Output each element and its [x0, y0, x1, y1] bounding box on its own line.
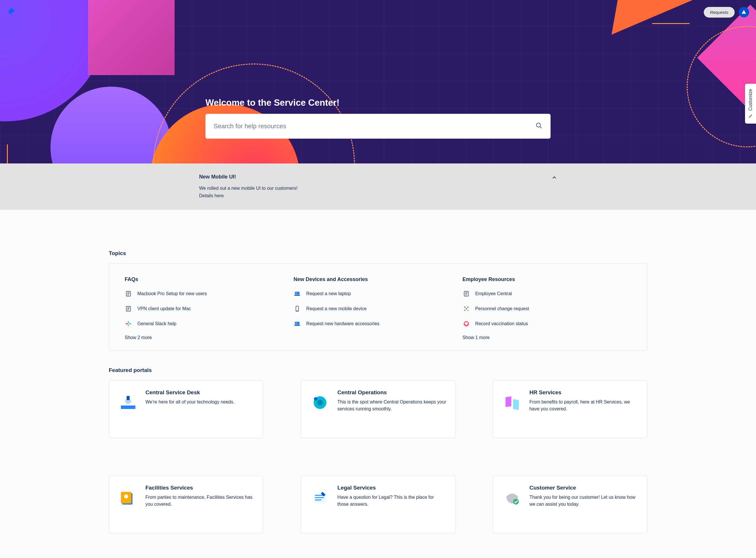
portal-description: From benefits to payroll, here at HR Ser…	[530, 399, 638, 412]
requests-button[interactable]: Requests	[704, 7, 735, 18]
topic-item[interactable]: Request a new laptop	[293, 290, 462, 298]
svg-point-28	[464, 310, 465, 311]
portal-name: Legal Services	[337, 485, 446, 491]
pencil-icon	[748, 114, 753, 119]
doc-icon	[125, 305, 132, 312]
search-input[interactable]	[214, 123, 536, 130]
app-logo-icon[interactable]	[7, 7, 16, 17]
portal-description: We're here for all of your technology ne…	[145, 399, 254, 406]
topic-item-label: Request a new laptop	[306, 291, 351, 296]
topic-column: Employee ResourcesEmployee CentralPerson…	[463, 276, 631, 340]
svg-point-37	[314, 397, 317, 401]
show-more-link[interactable]: Show 1 more	[463, 335, 631, 340]
doc-icon	[463, 290, 470, 298]
svg-point-26	[464, 306, 465, 308]
portal-icon	[502, 392, 522, 413]
svg-rect-20	[294, 325, 300, 326]
topics-section-title: Topics	[109, 250, 647, 256]
topic-item[interactable]: Personnel change request	[463, 305, 631, 312]
topic-item-label: General Slack help	[137, 321, 176, 326]
topic-item[interactable]: Request new hardware accessories	[293, 320, 462, 328]
portal-icon	[118, 392, 138, 413]
portal-card[interactable]: Customer ServiceThank you for being our …	[493, 476, 647, 533]
topic-item[interactable]: General Slack help	[125, 320, 293, 328]
svg-point-44	[513, 499, 519, 505]
topic-item-label: Macbook Pro Setup for new users	[137, 291, 207, 296]
portal-card[interactable]: Facilities ServicesFrom parties to maint…	[109, 476, 263, 533]
topic-item-label: Record vaccination status	[475, 321, 528, 326]
portal-icon	[118, 487, 138, 508]
search-icon	[536, 122, 542, 130]
svg-point-42	[124, 494, 128, 499]
portal-name: Facilities Services	[145, 485, 254, 491]
portal-card[interactable]: Legal ServicesHave a question for Legal?…	[301, 476, 455, 533]
svg-point-27	[467, 306, 468, 308]
portal-icon	[309, 392, 330, 413]
topic-column-title: Employee Resources	[463, 276, 631, 282]
topic-item[interactable]: Request a new mobile device	[293, 305, 462, 312]
svg-line-1	[540, 127, 542, 128]
topic-item[interactable]: VPN client update for Mac	[125, 305, 293, 312]
hero-banner: Requests Welcome to the Service Center! …	[0, 0, 756, 163]
portal-description: Have a question for Legal? This is the p…	[337, 494, 446, 508]
svg-point-21	[296, 323, 297, 324]
portal-card[interactable]: Central Service DeskWe're here for all o…	[109, 380, 263, 438]
profile-avatar[interactable]	[739, 7, 749, 17]
svg-point-30	[465, 308, 467, 310]
customize-tab[interactable]: Customize	[745, 84, 756, 124]
portal-card[interactable]: Central OperationsThis is the spot where…	[301, 380, 455, 438]
portal-description: This is the spot where Central Operation…	[337, 399, 446, 412]
announcement-body: We rolled out a new mobile UI to our cus…	[199, 184, 557, 199]
portal-name: HR Services	[530, 389, 638, 396]
topic-column: New Devices and AccessoriesRequest a new…	[293, 276, 462, 340]
phone-icon	[293, 305, 301, 312]
portal-name: Central Operations	[337, 389, 446, 396]
portal-name: Customer Service	[530, 485, 638, 491]
topic-item-label: Employee Central	[475, 291, 512, 296]
topic-item[interactable]: Macbook Pro Setup for new users	[125, 290, 293, 298]
svg-rect-12	[126, 323, 128, 324]
svg-rect-19	[295, 322, 299, 325]
topic-column-title: New Devices and Accessories	[293, 276, 462, 282]
main-content: Topics FAQsMacbook Pro Setup for new use…	[109, 210, 647, 533]
portal-card[interactable]: HR ServicesFrom benefits to payroll, her…	[493, 380, 647, 438]
laptop-icon	[293, 320, 301, 328]
dots-icon	[463, 305, 470, 312]
portal-description: From parties to maintenance, Facilities …	[145, 494, 254, 508]
svg-rect-11	[128, 324, 129, 326]
svg-rect-39	[513, 400, 519, 410]
collapse-chevron-icon[interactable]	[552, 175, 557, 181]
show-more-link[interactable]: Show 2 more	[125, 335, 293, 340]
announcement-line: We rolled out a new mobile UI to our cus…	[199, 184, 557, 192]
topic-item-label: Personnel change request	[475, 306, 529, 311]
announcement-banner: New Mobile UI! We rolled out a new mobil…	[0, 163, 756, 210]
topic-item-label: VPN client update for Mac	[137, 306, 191, 311]
topic-column-title: FAQs	[125, 276, 293, 282]
svg-rect-14	[295, 292, 299, 295]
portals-section-title: Featured portals	[109, 367, 647, 374]
hero-title: Welcome to the Service Center!	[206, 98, 550, 108]
topic-item-label: Request new hardware accessories	[306, 321, 379, 326]
topic-item-label: Request a new mobile device	[306, 306, 367, 311]
slack-icon	[125, 320, 132, 328]
svg-rect-15	[294, 295, 300, 296]
svg-rect-10	[128, 321, 129, 323]
topic-item[interactable]: Employee Central	[463, 290, 631, 298]
svg-rect-38	[506, 397, 511, 407]
svg-point-16	[296, 293, 297, 294]
topic-item[interactable]: Record vaccination status	[463, 320, 631, 328]
svg-point-36	[317, 400, 323, 406]
portal-description: Thank you for being our customer! Let us…	[530, 494, 638, 508]
search-bar[interactable]	[206, 114, 550, 138]
svg-rect-32	[121, 406, 135, 409]
heart-icon	[463, 320, 470, 328]
announcement-details-link[interactable]: Details here	[199, 193, 224, 198]
svg-point-29	[467, 310, 468, 311]
decorative-shape	[7, 145, 8, 163]
portal-name: Central Service Desk	[145, 389, 254, 396]
top-bar: Requests	[0, 0, 756, 24]
svg-rect-13	[129, 323, 131, 324]
doc-icon	[125, 290, 132, 298]
customize-label: Customize	[748, 89, 753, 111]
topic-column: FAQsMacbook Pro Setup for new usersVPN c…	[125, 276, 293, 340]
